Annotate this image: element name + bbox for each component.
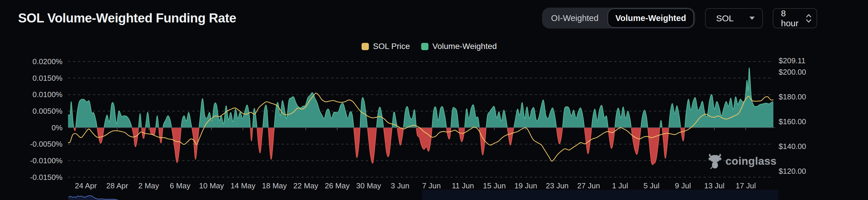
x-axis-tick-label: 3 Jun <box>391 181 409 190</box>
x-axis-tick-label: 15 Jun <box>483 181 506 190</box>
x-axis-tick-label: 30 May <box>356 181 381 190</box>
x-axis-tick-label: 7 Jun <box>422 181 441 190</box>
x-axis-tick-label: 28 Apr <box>106 181 128 190</box>
funding-rate-chart[interactable]: 0.0200%0.0150%0.0100%0.0050%0%-0.0050%-0… <box>0 0 868 200</box>
navigator-selection[interactable] <box>422 190 778 200</box>
y-axis-right-tick-label: $180.00 <box>779 92 806 101</box>
y-axis-left-tick-label: -0.0100% <box>30 156 62 165</box>
x-axis-tick-label: 2 May <box>138 181 159 190</box>
x-axis-tick-label: 11 Jun <box>452 181 474 190</box>
coinglass-watermark-text: coinglass <box>725 155 777 167</box>
y-axis-left-tick-label: 0.0100% <box>32 90 62 99</box>
y-axis-left-tick-label: 0.0150% <box>32 74 62 82</box>
y-axis-left-tick-label: -0.0150% <box>30 173 62 182</box>
coinglass-watermark: coinglass <box>708 153 777 170</box>
x-axis-tick-label: 19 Jun <box>514 181 537 190</box>
chart-navigator[interactable] <box>68 190 778 200</box>
y-axis-right-tick-label: $160.00 <box>779 117 806 126</box>
y-axis-left-tick-label: -0.0050% <box>30 139 62 148</box>
x-axis-tick-label: 9 Jul <box>675 181 691 190</box>
x-axis-tick-label: 26 May <box>325 181 350 190</box>
y-axis-left-tick-label: 0.0050% <box>32 107 62 115</box>
y-axis-right-tick-label: $209.11 <box>779 56 806 65</box>
x-axis-tick-label: 13 Jul <box>704 181 724 190</box>
coinglass-bull-icon <box>708 153 722 170</box>
x-axis-tick-label: 18 May <box>262 181 287 190</box>
x-axis-tick-label: 24 Apr <box>75 181 97 190</box>
x-axis-tick-label: 1 Jul <box>612 181 628 190</box>
chart-gridlines <box>68 62 773 177</box>
x-axis-tick-label: 6 May <box>170 181 190 190</box>
x-axis-tick-label: 23 Jun <box>546 181 569 190</box>
y-axis-right-tick-label: $140.00 <box>779 142 806 151</box>
x-axis-tick-label: 14 May <box>230 181 255 190</box>
x-axis-tick-label: 27 Jun <box>577 181 600 190</box>
x-axis-tick-label: 10 May <box>199 181 224 190</box>
chart-series <box>68 68 780 165</box>
x-axis-tick-label: 17 Jul <box>736 181 756 190</box>
x-axis-tick-label: 5 Jul <box>643 181 659 190</box>
y-axis-left-tick-label: 0.0200% <box>32 57 62 66</box>
x-axis-tick-label: 22 May <box>293 181 318 190</box>
y-axis-left-tick-label: 0% <box>52 123 62 132</box>
y-axis-right-tick-label: $200.00 <box>779 68 806 76</box>
y-axis-right-tick-label: $120.00 <box>779 167 806 175</box>
